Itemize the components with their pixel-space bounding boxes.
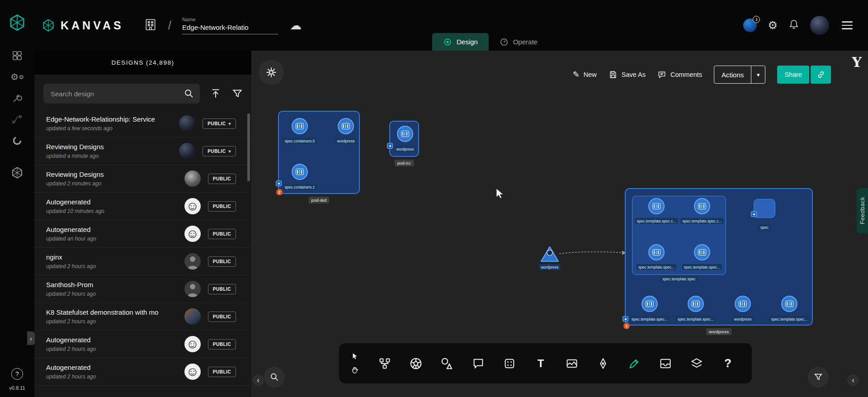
canvas-dock-button[interactable] xyxy=(259,60,284,85)
design-name-input[interactable] xyxy=(182,24,278,34)
visibility-badge[interactable]: PUBLIC▾ xyxy=(203,146,236,156)
spec-node[interactable] xyxy=(754,199,775,218)
actions-button[interactable]: Actions ▾ xyxy=(714,66,765,84)
visibility-badge[interactable]: PUBLIC xyxy=(208,229,236,239)
visibility-badge[interactable]: PUBLIC▾ xyxy=(203,118,236,129)
container-node[interactable] xyxy=(688,296,704,312)
cloud-sync-icon[interactable]: ☁ xyxy=(290,19,302,31)
container-node[interactable] xyxy=(397,126,413,142)
search-input[interactable] xyxy=(43,84,200,104)
actions-caret-icon[interactable]: ▾ xyxy=(751,66,765,83)
help-button[interactable]: ? xyxy=(11,368,23,380)
catalog-icon[interactable] xyxy=(10,134,24,147)
settings-gears-icon[interactable]: ⚙⚙ xyxy=(10,70,24,84)
design-author-avatar[interactable] xyxy=(184,281,201,297)
toolbox-icon[interactable] xyxy=(10,91,24,105)
design-author-avatar[interactable]: ☺ xyxy=(184,226,201,242)
kanvas-logo-icon[interactable] xyxy=(8,14,26,33)
container-node[interactable] xyxy=(292,118,308,134)
design-author-avatar[interactable]: ☺ xyxy=(184,336,201,352)
comments-button[interactable]: Comments xyxy=(657,70,702,79)
new-button[interactable]: ✎ New xyxy=(573,71,597,79)
visibility-badge[interactable]: PUBLIC xyxy=(208,367,236,377)
text-tool[interactable]: T xyxy=(533,356,548,371)
media-tool[interactable] xyxy=(565,356,579,371)
comment-tool[interactable] xyxy=(471,356,486,371)
settings-gear-icon[interactable]: ⚙ xyxy=(768,20,778,31)
layers-tool[interactable] xyxy=(689,356,704,371)
container-node[interactable] xyxy=(648,198,665,214)
design-list-item[interactable]: nginx updated 2 hours ago PUBLIC xyxy=(34,248,251,275)
container-node[interactable] xyxy=(642,296,658,312)
kanvas-rail-icon[interactable] xyxy=(10,166,24,180)
scrollbar-thumb[interactable] xyxy=(247,113,250,181)
design-author-avatar[interactable]: ☺ xyxy=(184,198,201,214)
design-author-avatar[interactable] xyxy=(184,308,201,325)
container-node[interactable] xyxy=(338,118,354,134)
container-node[interactable] xyxy=(648,244,665,260)
filter-view-button[interactable] xyxy=(808,367,829,388)
hamburger-menu-icon[interactable] xyxy=(840,19,854,31)
organization-icon[interactable] xyxy=(144,18,157,33)
visibility-badge[interactable]: PUBLIC xyxy=(208,256,236,267)
container-node[interactable] xyxy=(735,296,751,312)
design-list-item[interactable]: Reviewing Designs updated 2 minutes ago … xyxy=(34,165,251,193)
design-list-item[interactable]: Autogenerated updated 2 hours ago ☺ PUBL… xyxy=(34,358,251,386)
share-button[interactable]: Share xyxy=(777,66,809,84)
dice-tool[interactable] xyxy=(502,356,517,371)
pod-node[interactable]: wordpress pod-icc xyxy=(389,121,419,157)
design-author-avatar[interactable] xyxy=(179,143,195,159)
bezier-curve-icon[interactable] xyxy=(10,113,24,126)
save-as-button[interactable]: Save As xyxy=(609,70,646,79)
tab-operate[interactable]: Operate xyxy=(489,33,548,51)
design-author-avatar[interactable] xyxy=(184,253,201,269)
design-list-item[interactable]: Autogenerated updated 2 hours ago ☺ PUBL… xyxy=(34,331,251,358)
dashboard-icon[interactable] xyxy=(10,49,24,62)
pen-tool[interactable] xyxy=(596,356,610,371)
visibility-badge[interactable]: PUBLIC xyxy=(208,201,236,212)
collapse-right-button[interactable]: ‹ xyxy=(847,374,859,386)
design-list-item[interactable]: Reviewing Designs updated a minute ago P… xyxy=(34,137,251,165)
feedback-tab[interactable]: Feedback xyxy=(857,188,868,233)
kubernetes-tool[interactable] xyxy=(409,356,423,371)
zoom-button[interactable] xyxy=(264,367,285,388)
brand[interactable]: KANVAS xyxy=(42,19,124,32)
container-node[interactable] xyxy=(292,164,308,180)
panel-expand-button[interactable]: › xyxy=(27,331,35,345)
extension-notification-button[interactable]: 1 xyxy=(743,19,757,32)
visibility-badge[interactable]: PUBLIC xyxy=(208,312,236,322)
flowchart-tool[interactable] xyxy=(377,356,392,371)
design-list-item[interactable]: Autogenerated updated an hour ago ☺ PUBL… xyxy=(34,220,251,248)
shapes-tool[interactable] xyxy=(440,356,454,371)
bell-icon[interactable] xyxy=(788,19,799,32)
filter-icon[interactable] xyxy=(231,88,243,99)
visibility-badge[interactable]: PUBLIC xyxy=(208,339,236,350)
design-list-item[interactable]: Autogenerated updated 10 minutes ago ☺ P… xyxy=(34,193,251,220)
design-author-avatar[interactable]: ☺ xyxy=(184,364,201,380)
pan-tool[interactable] xyxy=(350,365,360,375)
import-design-icon[interactable] xyxy=(210,88,222,99)
user-avatar[interactable] xyxy=(810,16,829,35)
copy-link-button[interactable] xyxy=(811,66,831,84)
collapse-left-button[interactable]: ‹ xyxy=(252,374,264,386)
design-list-item[interactable]: Santhosh-Prom updated 2 hours ago PUBLIC xyxy=(34,275,251,303)
dock-help-button[interactable]: ? xyxy=(721,356,735,371)
container-node[interactable] xyxy=(694,244,710,260)
visibility-badge[interactable]: PUBLIC xyxy=(208,284,236,294)
design-author-avatar[interactable] xyxy=(184,170,201,187)
deployment-node[interactable]: spec.template.spec.c... spec.template.sp… xyxy=(625,188,813,326)
tab-design[interactable]: Design xyxy=(432,33,489,51)
visibility-badge[interactable]: PUBLIC xyxy=(208,174,236,184)
container-node[interactable] xyxy=(781,296,797,312)
pod-template-node[interactable]: spec.template.spec.c... spec.template.sp… xyxy=(632,196,726,275)
container-node[interactable] xyxy=(694,198,710,214)
search-icon[interactable] xyxy=(184,88,194,101)
pod-node[interactable]: spec.containers.0 wordpress spec.contain… xyxy=(278,111,360,194)
design-list-item[interactable]: K8 Statefulset demonstration with mo upd… xyxy=(34,303,251,331)
design-list-item[interactable]: Edge-Network-Relationship: Service updat… xyxy=(34,110,251,137)
design-author-avatar[interactable] xyxy=(179,115,195,132)
drawer-tool[interactable] xyxy=(658,356,673,371)
sketch-tool-active[interactable] xyxy=(627,356,642,371)
design-canvas[interactable]: ✎ New Save As Comments Actions ▾ Share s… xyxy=(251,51,868,397)
select-tool[interactable] xyxy=(350,351,360,361)
